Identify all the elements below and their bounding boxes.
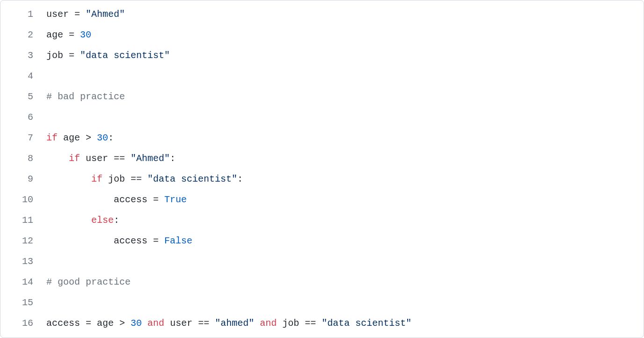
code-line: 4	[0, 66, 644, 87]
code-token: # good practice	[46, 277, 131, 287]
code-block: 1user = "Ahmed"2age = 303job = "data sci…	[0, 0, 644, 338]
code-token	[46, 174, 91, 184]
code-line: 5# bad practice	[0, 87, 644, 107]
code-token: :	[237, 174, 243, 184]
code-token: =	[147, 194, 164, 205]
code-token: ==	[108, 153, 131, 164]
line-number: 1	[0, 4, 46, 25]
code-line: 12 access = False	[0, 231, 644, 251]
code-token	[142, 318, 147, 329]
code-token: >	[80, 132, 97, 143]
code-token	[46, 153, 69, 164]
code-token: 30	[80, 29, 91, 40]
code-token: "data scientist"	[322, 318, 411, 329]
code-line: 15	[0, 293, 644, 313]
code-token: =	[147, 235, 164, 246]
code-token: ==	[192, 318, 215, 329]
code-token: user	[46, 9, 69, 20]
line-content: if job == "data scientist":	[46, 169, 644, 190]
line-content: user = "Ahmed"	[46, 4, 644, 25]
code-token	[277, 318, 282, 329]
line-content: if age > 30:	[46, 128, 644, 148]
code-token: =	[69, 9, 86, 20]
code-token: user	[86, 153, 108, 164]
code-token: # bad practice	[46, 91, 125, 102]
code-line: 8 if user == "Ahmed":	[0, 148, 644, 169]
code-token	[46, 235, 114, 246]
code-token	[254, 318, 260, 329]
code-token: :	[114, 215, 119, 226]
line-content: access = False	[46, 231, 644, 251]
line-number: 12	[0, 231, 46, 251]
code-token: >	[114, 318, 131, 329]
code-token: job	[108, 174, 125, 184]
line-number: 13	[0, 251, 46, 272]
code-line: 14# good practice	[0, 272, 644, 293]
line-number: 6	[0, 107, 46, 128]
code-line: 11 else:	[0, 210, 644, 231]
line-number: 15	[0, 293, 46, 313]
code-token: 30	[131, 318, 142, 329]
code-token: =	[80, 318, 97, 329]
line-number: 11	[0, 210, 46, 231]
line-number: 2	[0, 25, 46, 45]
code-token: True	[164, 194, 187, 205]
code-line: 13	[0, 251, 644, 272]
code-line: 10 access = True	[0, 190, 644, 210]
code-line: 16access = age > 30 and user == "ahmed" …	[0, 313, 644, 334]
code-token: age	[63, 132, 80, 143]
code-token: age	[46, 29, 63, 40]
code-line: 2age = 30	[0, 25, 644, 45]
line-number: 10	[0, 190, 46, 210]
code-line: 1user = "Ahmed"	[0, 4, 644, 25]
code-token: ==	[299, 318, 322, 329]
code-token: "Ahmed"	[131, 153, 170, 164]
code-token: "Ahmed"	[86, 9, 125, 20]
line-number: 8	[0, 148, 46, 169]
line-content: # bad practice	[46, 87, 644, 107]
code-token: else	[91, 215, 114, 226]
code-token: access	[114, 235, 147, 246]
line-content: job = "data scientist"	[46, 45, 644, 66]
code-token: access	[46, 318, 80, 329]
line-content: access = True	[46, 190, 644, 210]
code-token: :	[170, 153, 176, 164]
code-token	[58, 132, 63, 143]
line-content: age = 30	[46, 25, 644, 45]
code-token	[46, 194, 114, 205]
code-token: job	[282, 318, 299, 329]
code-token: if	[46, 132, 58, 143]
code-line: 6	[0, 107, 644, 128]
code-token: False	[164, 235, 192, 246]
code-token: and	[147, 318, 164, 329]
code-token: and	[260, 318, 277, 329]
code-token	[102, 174, 108, 184]
code-token: =	[63, 50, 80, 61]
line-number: 14	[0, 272, 46, 293]
line-number: 3	[0, 45, 46, 66]
line-content: # good practice	[46, 272, 644, 293]
line-number: 7	[0, 128, 46, 148]
code-token: "data scientist"	[80, 50, 170, 61]
line-number: 16	[0, 313, 46, 334]
line-content: if user == "Ahmed":	[46, 148, 644, 169]
line-number: 4	[0, 66, 46, 87]
code-line: 7if age > 30:	[0, 128, 644, 148]
code-token	[164, 318, 170, 329]
code-token: ==	[125, 174, 147, 184]
code-token: access	[114, 194, 147, 205]
code-token: =	[63, 29, 80, 40]
line-number: 5	[0, 87, 46, 107]
code-token: if	[69, 153, 80, 164]
line-number: 9	[0, 169, 46, 190]
code-token: 30	[97, 132, 108, 143]
line-content: access = age > 30 and user == "ahmed" an…	[46, 313, 644, 334]
code-token: age	[97, 318, 114, 329]
code-line: 9 if job == "data scientist":	[0, 169, 644, 190]
code-token: "ahmed"	[215, 318, 254, 329]
code-token: "data scientist"	[147, 174, 237, 184]
code-line: 3job = "data scientist"	[0, 45, 644, 66]
code-token	[46, 215, 91, 226]
code-token: :	[108, 132, 114, 143]
code-token	[80, 153, 86, 164]
